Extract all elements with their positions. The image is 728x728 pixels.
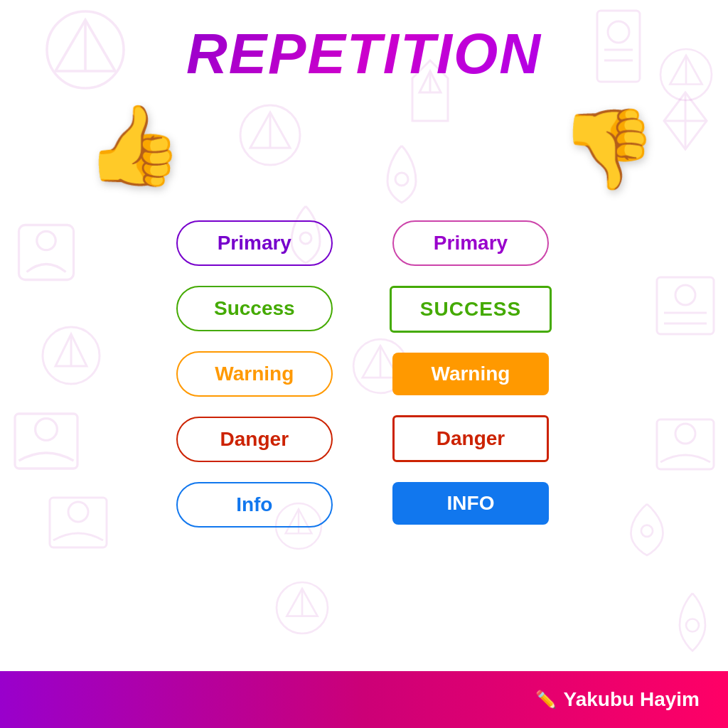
info-filled-button[interactable]: INFO — [392, 482, 549, 525]
thumbs-down-icon: 👎 — [560, 103, 657, 195]
main-container: REPETITION 👍 👎 Primary Success Warning D… — [0, 0, 728, 728]
pen-icon: ✏️ — [535, 690, 557, 710]
warning-outline-button[interactable]: Warning — [176, 351, 333, 397]
svg-point-40 — [395, 173, 408, 186]
thumbs-up-icon: 👍 — [85, 100, 183, 191]
footer-attribution: ✏️ Yakubu Hayim — [535, 688, 700, 711]
primary-gradient-outline-button[interactable]: Primary — [392, 220, 549, 266]
right-button-column: Primary SUCCESS Warning Danger INFO — [390, 220, 552, 528]
warning-filled-button[interactable]: Warning — [392, 353, 549, 395]
info-outline-button[interactable]: Info — [176, 482, 333, 528]
svg-point-39 — [686, 619, 699, 632]
success-square-button[interactable]: SUCCESS — [390, 286, 552, 333]
danger-square-button[interactable]: Danger — [392, 415, 549, 462]
primary-outline-button[interactable]: Primary — [176, 220, 333, 266]
author-name: Yakubu Hayim — [564, 688, 700, 711]
footer-bar: ✏️ Yakubu Hayim — [0, 671, 728, 728]
page-title: REPETITION — [0, 21, 728, 87]
buttons-area: Primary Success Warning Danger Info Prim… — [0, 220, 728, 528]
left-button-column: Primary Success Warning Danger Info — [176, 220, 333, 528]
success-outline-button[interactable]: Success — [176, 286, 333, 331]
danger-outline-button[interactable]: Danger — [176, 417, 333, 462]
